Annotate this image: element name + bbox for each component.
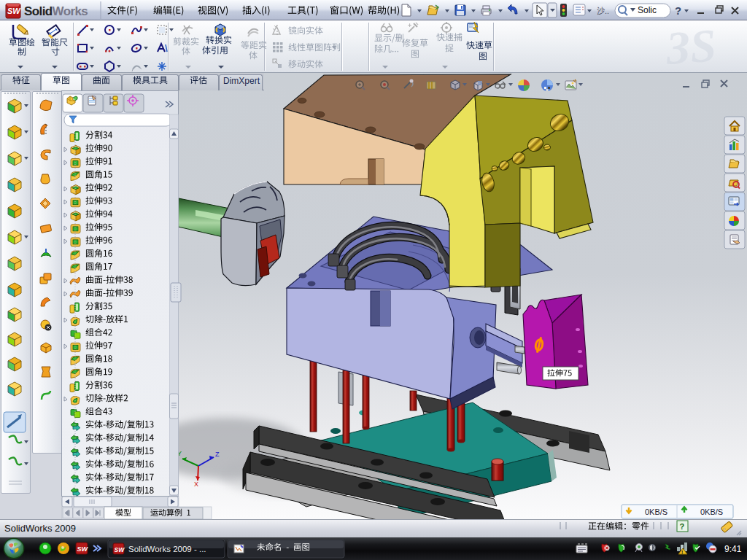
svg-text:X: X bbox=[194, 481, 198, 488]
svg-text:Z: Z bbox=[215, 451, 220, 458]
